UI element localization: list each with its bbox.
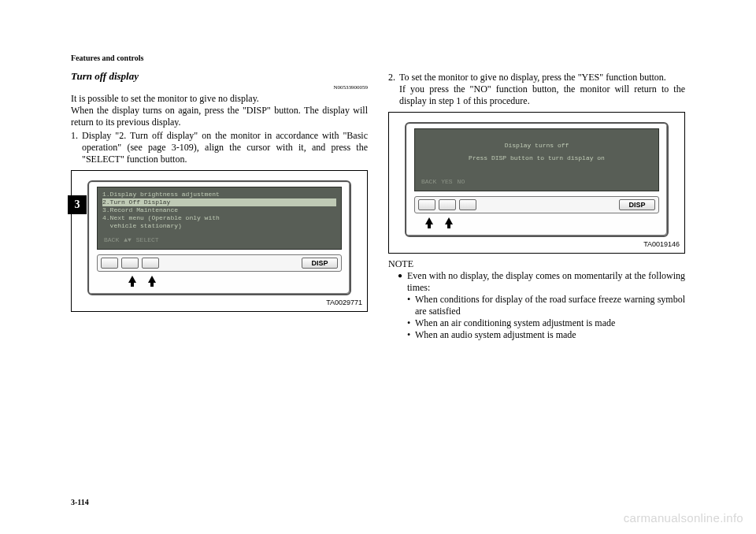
step-2: 2. To set the monitor to give no display… <box>388 72 685 107</box>
arrow-up-icon <box>148 276 156 283</box>
right-column: 2. To set the monitor to give no display… <box>388 70 685 341</box>
step-2a: To set the monitor to give no display, p… <box>399 72 666 83</box>
note-sub-1: • When conditions for display of the roa… <box>388 294 685 317</box>
softkey-row: BACK ▲▼ SELECT <box>104 236 335 244</box>
softkey-select: SELECT <box>136 236 159 244</box>
softkey-yes: YES <box>441 178 452 186</box>
manual-page: Features and controls Turn off display N… <box>0 0 756 534</box>
hw-button-1 <box>101 258 118 269</box>
display-screen: 1.Display brightness adjustment 2.Turn O… <box>97 187 342 250</box>
bullet-icon: ● <box>398 270 407 294</box>
step-text: Display "2. Turn off display" on the mon… <box>82 130 368 165</box>
intro-paragraph-2: When the display turns on again, press t… <box>71 105 368 128</box>
arrow-up-icon <box>425 217 433 224</box>
dot-icon: • <box>407 294 415 317</box>
message-line-2: Press DISP button to turn display on <box>420 154 654 162</box>
left-column: Turn off display N00533900059 It is poss… <box>71 70 368 341</box>
figure-1: 1.Display brightness adjustment 2.Turn O… <box>71 170 368 312</box>
hw-button-3 <box>459 199 476 210</box>
note-bullet: ● Even with no display, the display come… <box>388 270 685 294</box>
arrow-up-icon <box>445 217 453 224</box>
hardware-button-row: DISP <box>97 254 342 272</box>
softkey-nav: ▲▼ <box>124 236 132 244</box>
menu-line-5: vehicle stationary) <box>102 222 336 230</box>
step-number: 2. <box>388 72 399 107</box>
display-bezel: Display turns off Press DISP button to t… <box>405 122 669 237</box>
softkey-back: BACK <box>104 236 119 244</box>
watermark: carmanualsonline.info <box>624 511 743 526</box>
softkey-back: BACK <box>421 178 436 186</box>
softkey-buttons <box>101 258 159 269</box>
display-bezel: 1.Display brightness adjustment 2.Turn O… <box>87 180 351 295</box>
figure-id: TA0019146 <box>643 240 680 249</box>
page-number: 3-114 <box>71 498 89 508</box>
indicator-arrows <box>97 274 342 286</box>
figure-id: TA0029771 <box>326 299 362 307</box>
hardware-button-row: DISP <box>414 196 659 213</box>
doc-id: N00533900059 <box>71 84 368 91</box>
indicator-arrows <box>414 216 659 228</box>
menu-line-3: 3.Record Maintenance <box>102 206 336 214</box>
message-line-1: Display turns off <box>420 142 654 150</box>
disp-button: DISP <box>619 199 655 210</box>
chapter-header: Features and controls <box>71 54 685 64</box>
step-1: 1. Display "2. Turn off display" on the … <box>71 130 368 165</box>
dot-icon: • <box>407 317 415 329</box>
note-text: Even with no display, the display comes … <box>407 270 685 294</box>
menu-line-1: 1.Display brightness adjustment <box>102 191 336 198</box>
note-heading: NOTE <box>388 258 685 270</box>
step-text: To set the monitor to give no display, p… <box>399 72 685 107</box>
softkey-buttons <box>418 199 476 210</box>
menu-line-2-selected: 2.Turn Off Display <box>102 198 336 206</box>
menu-line-4: 4.Next menu (Operable only with <box>102 214 336 222</box>
arrow-up-icon <box>128 276 136 283</box>
side-tab: 3 <box>68 195 87 214</box>
figure-2: Display turns off Press DISP button to t… <box>388 112 685 254</box>
hw-button-3 <box>142 258 159 269</box>
display-screen: Display turns off Press DISP button to t… <box>414 128 659 191</box>
hw-button-2 <box>439 199 456 210</box>
hw-button-2 <box>121 258 139 269</box>
section-title: Turn off display <box>71 70 368 83</box>
note-sub-3: • When an audio system adjustment is mad… <box>388 329 685 341</box>
softkey-row: BACK YES NO <box>421 178 652 186</box>
dot-icon: • <box>407 329 415 341</box>
note-sub-2: • When an air conditioning system adjust… <box>388 317 685 329</box>
step-number: 1. <box>71 130 82 165</box>
disp-button: DISP <box>302 258 338 269</box>
intro-paragraph-1: It is possible to set the monitor to giv… <box>71 93 368 105</box>
hw-button-1 <box>418 199 435 210</box>
softkey-no: NO <box>458 178 465 186</box>
step-2b: If you press the "NO" function button, t… <box>399 83 685 106</box>
